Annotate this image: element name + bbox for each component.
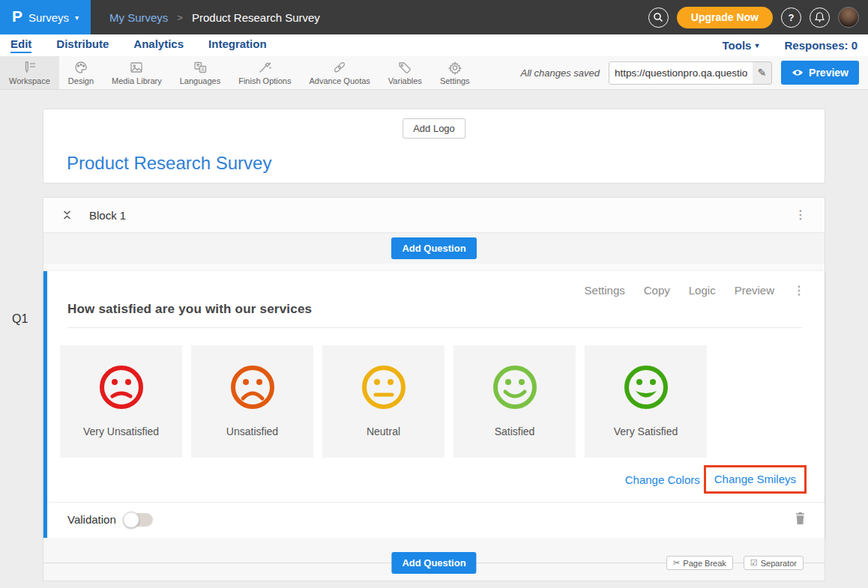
notifications-button[interactable] <box>810 7 830 28</box>
question-preview-link[interactable]: Preview <box>735 284 774 297</box>
checkbox-checked-icon: ☑ <box>750 558 758 568</box>
chevron-down-icon: ▾ <box>755 41 759 49</box>
page-break-button[interactable]: ✂ Page Break <box>666 556 733 570</box>
question-menu-button[interactable]: ⋮ <box>793 285 805 297</box>
help-button[interactable]: ? <box>781 7 801 28</box>
toolbar-settings[interactable]: Settings <box>431 56 479 89</box>
toolbar-design-label: Design <box>68 76 94 85</box>
block-footer: Add Question ✂ Page Break ☑ Separator <box>43 538 825 581</box>
tab-edit[interactable]: Edit <box>10 37 31 53</box>
chevron-down-icon: ▾ <box>75 13 79 22</box>
delete-question-button[interactable] <box>795 512 805 527</box>
add-logo-button[interactable]: Add Logo <box>403 118 465 139</box>
toolbar-finish-options[interactable]: Finish Options <box>229 56 300 89</box>
question-copy-link[interactable]: Copy <box>644 284 670 297</box>
search-button[interactable] <box>648 7 669 28</box>
collapse-icon <box>63 210 71 219</box>
tab-distribute[interactable]: Distribute <box>56 37 109 53</box>
toolbar-media-library[interactable]: Media Library <box>103 56 171 89</box>
responses-count: Responses: 0 <box>784 39 858 52</box>
add-question-button-bottom[interactable]: Add Question <box>391 552 476 574</box>
question-text[interactable]: How satisfied are you with our services <box>67 302 312 316</box>
magic-wand-icon <box>257 61 272 75</box>
chain-link-icon <box>332 61 347 75</box>
bell-icon <box>815 12 825 22</box>
toolbar-languages-label: Languages <box>180 76 220 85</box>
pencil-icon[interactable]: ✎ <box>753 67 771 79</box>
top-bar: P Surveys ▾ My Surveys > Product Researc… <box>0 0 868 34</box>
page-break-label: Page Break <box>683 559 726 568</box>
question-logic-link[interactable]: Logic <box>689 284 716 297</box>
translate-icon: A <box>193 61 208 75</box>
unsatisfied-smiley-icon <box>226 360 280 414</box>
neutral-smiley-icon <box>357 360 411 414</box>
svg-text:A: A <box>202 67 205 72</box>
breadcrumb-my-surveys[interactable]: My Surveys <box>109 11 168 24</box>
workspace-icon <box>22 61 37 75</box>
question-settings-link[interactable]: Settings <box>585 284 625 297</box>
editor-toolbar: Workspace Design Media Library A Languag… <box>0 56 868 90</box>
breadcrumb-separator-icon: > <box>177 12 183 23</box>
avatar[interactable] <box>838 7 859 28</box>
questionpro-logo-icon: P <box>12 7 22 25</box>
very-unsatisfied-smiley-icon <box>94 360 148 414</box>
toolbar-advance-quotas[interactable]: Advance Quotas <box>300 56 379 89</box>
toolbar-finish-options-label: Finish Options <box>238 76 291 85</box>
change-smileys-link[interactable]: Change Smileys <box>714 473 796 485</box>
tab-integration[interactable]: Integration <box>208 37 267 53</box>
scale-label: Satisfied <box>495 425 535 437</box>
question-card: Q1 Settings Copy Logic Preview ⋮ How sat… <box>43 271 825 538</box>
gear-icon <box>447 61 462 75</box>
separator-button[interactable]: ☑ Separator <box>744 556 804 570</box>
survey-url-input[interactable] <box>609 62 753 84</box>
collapse-block-button[interactable] <box>61 209 73 221</box>
validation-row: Validation <box>47 502 825 538</box>
change-links-row: Change Colors Change Smileys <box>47 465 807 494</box>
tools-dropdown[interactable]: Tools ▾ <box>723 39 759 52</box>
toolbar-design[interactable]: Design <box>59 56 103 89</box>
satisfied-smiley-icon <box>488 360 542 414</box>
eye-icon <box>792 68 804 77</box>
survey-header-card: Add Logo Product Research Survey <box>43 109 825 184</box>
question-text-wrap: How satisfied are you with our services <box>67 302 802 328</box>
toolbar-workspace[interactable]: Workspace <box>0 56 59 89</box>
change-colors-link[interactable]: Change Colors <box>625 473 700 486</box>
toolbar-workspace-label: Workspace <box>9 76 50 85</box>
survey-url-field: ✎ <box>609 61 772 85</box>
validation-toggle[interactable] <box>124 513 153 527</box>
block-header: Block 1 ⋮ <box>43 198 825 233</box>
scale-option-neutral[interactable]: Neutral <box>322 345 444 458</box>
scale-option-satisfied[interactable]: Satisfied <box>453 345 576 458</box>
preview-button[interactable]: Preview <box>781 61 859 85</box>
scale-label: Very Satisfied <box>614 425 678 437</box>
toolbar-languages[interactable]: A Languages <box>171 56 229 89</box>
breadcrumb: My Surveys > Product Research Survey <box>109 11 320 24</box>
scale-option-very-unsatisfied[interactable]: Very Unsatisfied <box>60 345 182 458</box>
scale-option-very-satisfied[interactable]: Very Satisfied <box>585 345 707 458</box>
survey-title[interactable]: Product Research Survey <box>67 153 271 174</box>
validation-label: Validation <box>67 513 116 526</box>
separator-label: Separator <box>761 559 797 568</box>
block-1: Block 1 ⋮ Add Question Q1 Settings Copy … <box>43 197 825 581</box>
scale-option-unsatisfied[interactable]: Unsatisfied <box>191 345 313 458</box>
trash-icon <box>795 512 805 524</box>
annotation-highlight-box: Change Smileys <box>704 465 807 494</box>
survey-nav: Edit Distribute Analytics Integration To… <box>0 34 868 56</box>
toggle-knob <box>123 512 139 528</box>
surveys-menu-label: Surveys <box>28 11 69 24</box>
topbar-actions: Upgrade Now ? <box>648 7 859 28</box>
tab-analytics[interactable]: Analytics <box>133 37 184 53</box>
upgrade-now-button[interactable]: Upgrade Now <box>677 7 773 28</box>
toolbar-right: All changes saved ✎ Preview <box>521 56 868 89</box>
search-icon <box>653 12 663 22</box>
block-menu-button[interactable]: ⋮ <box>795 209 807 221</box>
tools-label: Tools <box>723 39 752 52</box>
toolbar-variables-label: Variables <box>388 76 422 85</box>
surveys-menu[interactable]: P Surveys ▾ <box>0 0 91 34</box>
add-question-button-top[interactable]: Add Question <box>391 237 476 259</box>
nav-tabs: Edit Distribute Analytics Integration <box>10 37 267 53</box>
scissors-icon: ✂ <box>673 558 680 568</box>
toolbar-variables[interactable]: Variables <box>379 56 431 89</box>
scale-label: Unsatisfied <box>226 425 278 437</box>
footer-right-buttons: ✂ Page Break ☑ Separator <box>666 556 804 570</box>
